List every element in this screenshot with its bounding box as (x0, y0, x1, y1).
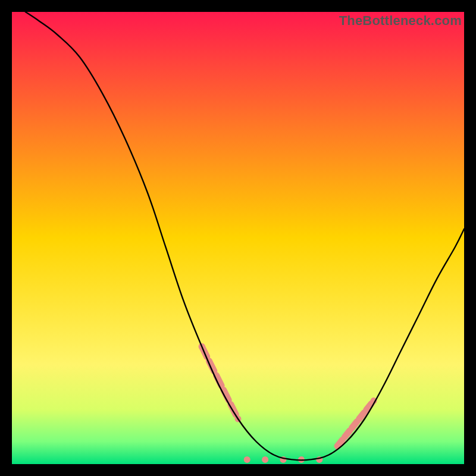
marker-segment (359, 412, 365, 419)
marker-segment (352, 422, 358, 428)
chart-frame: TheBottleneck.com (12, 12, 464, 464)
marker-dot (262, 456, 268, 463)
watermark-text: TheBottleneck.com (339, 13, 462, 29)
chart-background-gradient (12, 12, 464, 464)
marker-segment (345, 431, 350, 437)
chart-plot (12, 12, 464, 464)
marker-dot (244, 456, 250, 463)
